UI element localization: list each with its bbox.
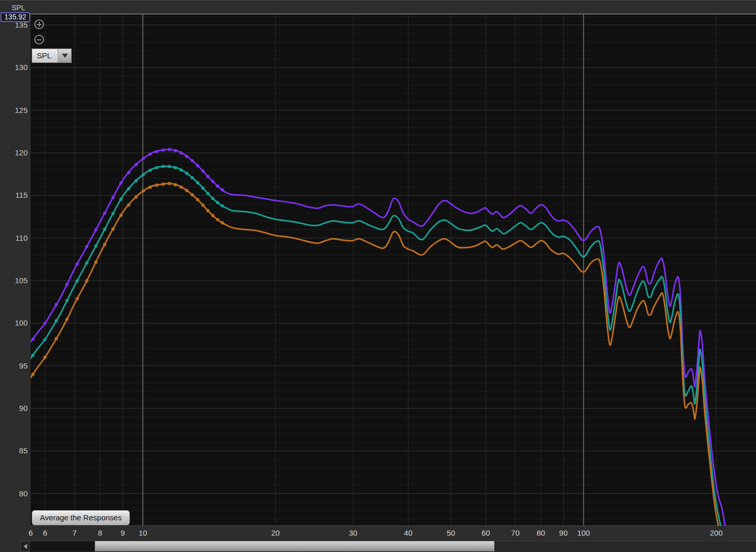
trace-teal-marker — [94, 244, 97, 247]
y-axis-label: 105 — [0, 276, 28, 285]
trace-orange-marker — [211, 214, 214, 217]
trace-teal-marker — [196, 181, 199, 184]
trace-teal-marker — [216, 201, 219, 204]
scrollbar-track-left[interactable] — [30, 541, 95, 551]
trace-orange-marker — [216, 218, 219, 221]
x-axis-label: 50 — [447, 528, 455, 538]
spl-chart-plot-area[interactable] — [0, 1, 756, 526]
zoom-in-button[interactable] — [34, 19, 44, 29]
trace-orange-marker — [112, 227, 115, 231]
trace-orange-marker — [148, 186, 151, 189]
graph-type-dropdown[interactable]: SPL — [32, 49, 72, 63]
y-axis-label: 90 — [0, 404, 28, 413]
trace-orange-marker — [155, 183, 158, 187]
trace-teal-marker — [162, 165, 165, 168]
y-axis-label: 130 — [0, 63, 28, 72]
x-axis-label: 200 — [710, 528, 723, 538]
trace-orange-marker — [127, 203, 130, 206]
scrollbar-left-arrow-button[interactable] — [20, 541, 30, 551]
trace-orange-marker — [162, 182, 165, 186]
trace-orange-marker — [142, 189, 145, 192]
trace-teal-marker — [168, 165, 171, 168]
x-axis-label: 20 — [271, 528, 280, 538]
x-axis-label: 6 — [29, 528, 33, 538]
trace-teal-marker — [31, 354, 34, 357]
trace-purple-marker — [112, 196, 115, 199]
trace-teal-marker — [119, 198, 122, 201]
x-axis-label: 10 — [139, 528, 147, 538]
scrollbar-track-right[interactable] — [495, 541, 756, 551]
trace-teal-marker — [65, 299, 69, 302]
trace-orange-marker — [55, 337, 58, 340]
trace-purple-marker — [119, 181, 122, 185]
y-axis-label: 115 — [0, 191, 28, 200]
trace-orange-marker — [135, 195, 138, 198]
trace-teal-marker — [103, 228, 106, 231]
trace-teal-marker — [135, 179, 138, 182]
cursor-value-field[interactable]: 135.92 — [1, 12, 30, 22]
trace-purple-marker — [65, 283, 69, 286]
trace-teal-marker — [112, 212, 115, 215]
zoom-out-button[interactable] — [34, 35, 44, 44]
trace-teal-marker — [220, 204, 224, 207]
trace-purple-marker — [191, 159, 194, 162]
trace-purple-marker — [168, 148, 171, 151]
trace-purple-marker — [211, 180, 214, 183]
y-axis-label: 80 — [0, 489, 28, 498]
trace-purple-marker — [43, 321, 47, 325]
y-axis-label: 120 — [0, 148, 28, 157]
trace-teal-marker — [142, 173, 145, 176]
trace-teal-marker — [201, 187, 204, 190]
trace-purple-marker — [206, 175, 209, 178]
triangle-left-icon — [24, 544, 27, 549]
x-axis-label: 70 — [511, 528, 520, 538]
average-responses-button[interactable]: Average the Responses — [32, 510, 130, 525]
x-axis-label: 90 — [559, 528, 568, 538]
plot-background — [31, 14, 756, 526]
trace-teal-marker — [206, 192, 209, 195]
trace-orange-marker — [31, 373, 34, 376]
trace-purple-marker — [76, 262, 79, 265]
trace-purple-marker — [135, 163, 138, 166]
trace-teal-marker — [211, 197, 214, 200]
trace-orange-marker — [85, 279, 88, 282]
dropdown-arrow-button[interactable] — [58, 49, 71, 62]
trace-purple-marker — [103, 212, 106, 215]
horizontal-scrollbar — [0, 541, 756, 551]
x-axis-label: 8 — [98, 528, 102, 538]
trace-purple-marker — [31, 337, 34, 340]
trace-purple-marker — [162, 148, 165, 151]
trace-purple-marker — [174, 149, 177, 152]
trace-purple-marker — [196, 164, 199, 167]
x-axis-label: 100 — [577, 528, 590, 538]
minus-icon — [37, 39, 41, 40]
trace-orange-marker — [201, 203, 204, 206]
trace-orange-marker — [206, 209, 209, 212]
trace-teal-marker — [127, 187, 130, 190]
trace-purple-marker — [142, 157, 145, 160]
trace-purple-marker — [220, 188, 224, 191]
graph-type-selected-label: SPL — [32, 49, 58, 62]
trace-purple-marker — [94, 228, 97, 231]
scrollbar-thumb[interactable] — [95, 541, 495, 551]
trace-teal-marker — [174, 166, 177, 169]
trace-teal-marker — [85, 261, 88, 264]
trace-purple-marker — [55, 303, 58, 306]
x-axis-label: 80 — [537, 528, 545, 538]
trace-orange-marker — [43, 356, 47, 359]
trace-orange-marker — [65, 317, 69, 320]
y-axis-label: 85 — [0, 446, 28, 455]
x-axis-label: 9 — [121, 528, 125, 538]
y-axis-label: 110 — [0, 234, 28, 243]
trace-purple-marker — [185, 155, 188, 158]
trace-purple-marker — [85, 245, 88, 248]
trace-orange-marker — [191, 193, 194, 196]
y-axis-label: 125 — [0, 106, 28, 115]
x-axis-label: 40 — [404, 528, 413, 538]
x-axis-label: 60 — [481, 528, 490, 538]
y-axis-title: SPL — [7, 4, 30, 12]
trace-teal-marker — [148, 169, 151, 172]
trace-orange-marker — [220, 221, 224, 224]
chevron-down-icon — [62, 54, 68, 58]
trace-teal-marker — [191, 176, 194, 179]
